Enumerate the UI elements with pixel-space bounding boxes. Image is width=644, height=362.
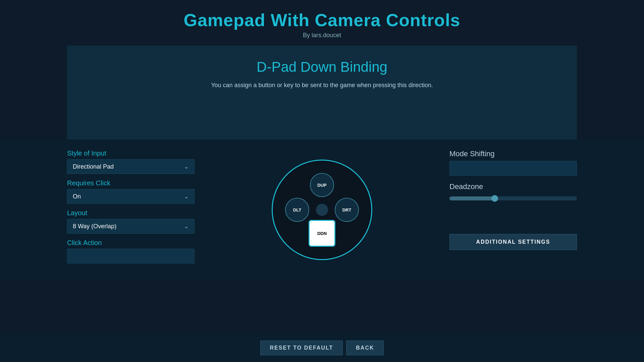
main-panel: D-Pad Down Binding You can assign a butt… xyxy=(67,46,577,139)
requires-click-group: Requires Click On ⌄ xyxy=(67,179,195,204)
deadzone-label: Deadzone xyxy=(449,182,577,191)
footer: RESET TO DEFAULT BACK xyxy=(0,334,644,362)
dpad-right-label: DRT xyxy=(342,207,352,213)
dpad-cross: DUP DLT DRT DDN xyxy=(285,173,359,247)
chevron-down-icon: ⌄ xyxy=(184,223,189,230)
style-of-input-dropdown[interactable]: Directional Pad ⌄ xyxy=(67,159,195,174)
style-of-input-group: Style of Input Directional Pad ⌄ xyxy=(67,149,195,174)
dpad-down-label: DDN xyxy=(317,231,327,236)
mode-shifting-label: Mode Shifting xyxy=(449,149,577,158)
dpad-center-button[interactable] xyxy=(316,204,328,216)
app-title: Gamepad With Camera Controls xyxy=(0,10,644,30)
right-controls: Mode Shifting Deadzone ADDITIONAL SETTIN… xyxy=(449,149,577,270)
app-subtitle: By lars.doucet xyxy=(0,32,644,39)
style-of-input-label: Style of Input xyxy=(67,149,195,157)
additional-settings-button[interactable]: ADDITIONAL SETTINGS xyxy=(449,234,577,250)
mode-shifting-bar[interactable] xyxy=(449,161,577,176)
style-of-input-value: Directional Pad xyxy=(73,163,114,170)
deadzone-group: Deadzone xyxy=(449,182,577,200)
click-action-input[interactable] xyxy=(67,249,195,263)
panel-description: You can assign a button or key to be sen… xyxy=(87,82,557,89)
dpad-circle: DUP DLT DRT DDN xyxy=(272,160,372,260)
dpad-up-button[interactable]: DUP xyxy=(310,173,334,197)
deadzone-slider[interactable] xyxy=(449,196,577,200)
requires-click-label: Requires Click xyxy=(67,179,195,187)
dpad-down-button[interactable]: DDN xyxy=(309,220,335,247)
panel-title: D-Pad Down Binding xyxy=(87,59,557,75)
dpad-right-button[interactable]: DRT xyxy=(335,198,359,222)
dpad-left-label: DLT xyxy=(293,207,301,213)
layout-dropdown[interactable]: 8 Way (Overlap) ⌄ xyxy=(67,219,195,234)
left-controls: Style of Input Directional Pad ⌄ Require… xyxy=(67,149,195,270)
back-button[interactable]: BACK xyxy=(346,341,384,355)
layout-label: Layout xyxy=(67,209,195,217)
layout-value: 8 Way (Overlap) xyxy=(73,223,116,230)
header: Gamepad With Camera Controls By lars.dou… xyxy=(0,0,644,46)
layout-group: Layout 8 Way (Overlap) ⌄ xyxy=(67,209,195,234)
dpad-left-button[interactable]: DLT xyxy=(285,198,309,222)
requires-click-value: On xyxy=(73,193,81,200)
click-action-group: Click Action xyxy=(67,239,195,263)
mode-shifting-group: Mode Shifting xyxy=(449,149,577,176)
slider-filled-track xyxy=(449,196,494,200)
dpad-up-label: DUP xyxy=(317,183,326,188)
chevron-down-icon: ⌄ xyxy=(184,163,189,170)
requires-click-dropdown[interactable]: On ⌄ xyxy=(67,189,195,204)
chevron-down-icon: ⌄ xyxy=(184,193,189,200)
bottom-section: Style of Input Directional Pad ⌄ Require… xyxy=(0,139,644,280)
slider-thumb[interactable] xyxy=(491,195,498,202)
reset-to-default-button[interactable]: RESET TO DEFAULT xyxy=(260,341,343,355)
center-dpad-area: DUP DLT DRT DDN xyxy=(208,149,436,270)
click-action-label: Click Action xyxy=(67,239,195,247)
